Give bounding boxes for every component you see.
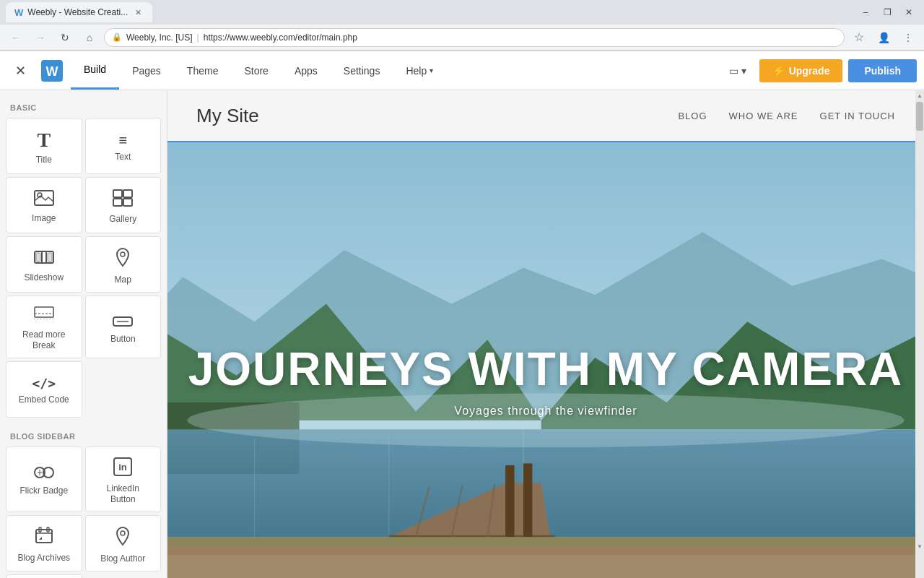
security-icon: 🔒 (112, 33, 122, 42)
home-button[interactable]: ⌂ (79, 27, 100, 48)
sidebar-item-slideshow[interactable]: Slideshow (6, 236, 82, 293)
site-preview: My Site BLOG WHO WE ARE GET IN TOUCH (167, 90, 924, 578)
blogauthor-icon (114, 526, 131, 549)
svg-text:- - - - - - -: - - - - - - - (34, 316, 54, 321)
sidebar-item-map-label: Map (115, 275, 131, 285)
sidebar-item-blogauthor[interactable]: Blog Author (85, 515, 162, 571)
sidebar-item-blogarchives-label: Blog Archives (17, 553, 70, 563)
site-nav-getintouch[interactable]: GET IN TOUCH (820, 111, 895, 121)
nav-item-help[interactable]: Help ▾ (393, 51, 446, 90)
sidebar-item-gallery[interactable]: Gallery (85, 177, 162, 233)
close-button[interactable]: ✕ (899, 3, 918, 22)
svg-rect-6 (113, 199, 122, 206)
site-title: My Site (196, 105, 678, 127)
scrollbar[interactable]: ▲ ▼ (915, 90, 924, 578)
app-container: BASIC T Title ≡ Text (0, 90, 924, 578)
nav-item-store[interactable]: Store (231, 51, 281, 90)
map-icon (114, 247, 131, 270)
svg-rect-24 (36, 530, 52, 543)
address-bar[interactable]: 🔒 Weebly, Inc. [US] | https://www.weebly… (104, 28, 845, 47)
linkedin-icon: in (113, 457, 132, 479)
site-nav-blog[interactable]: BLOG (678, 111, 707, 121)
svg-rect-10 (42, 251, 46, 263)
scroll-thumb[interactable] (916, 102, 923, 131)
image-svg-icon (34, 190, 54, 206)
sidebar-item-flickr-label: Flickr Badge (19, 486, 68, 496)
profile-button[interactable]: 👤 (873, 27, 894, 48)
sidebar-item-linkedin-label: LinkedInButton (107, 483, 139, 504)
sidebar-item-image[interactable]: Image (6, 177, 82, 233)
refresh-button[interactable]: ↻ (55, 27, 75, 48)
svg-point-12 (121, 252, 125, 256)
close-editor-button[interactable]: ✕ (7, 58, 33, 84)
map-svg-icon (114, 247, 131, 267)
preview-button[interactable]: ▭ ▾ (722, 59, 754, 82)
hero-title: JOURNEYS WITH MY CAMERA (188, 342, 904, 396)
address-secure-text: Weebly, Inc. [US] (126, 33, 193, 43)
nav-item-apps-label: Apps (295, 65, 318, 77)
tab-close-btn[interactable]: ✕ (132, 7, 144, 18)
preview-icon: ▭ (729, 65, 738, 77)
site-nav-whoweare[interactable]: WHO WE ARE (729, 111, 798, 121)
publish-button[interactable]: Publish (848, 59, 917, 82)
sidebar-item-linkedin[interactable]: in LinkedInButton (85, 447, 162, 512)
sidebar-item-title-label: Title (36, 155, 52, 165)
restore-button[interactable]: ❐ (878, 3, 897, 22)
bookmark-button[interactable]: ☆ (849, 27, 869, 48)
svg-text:W: W (46, 64, 58, 79)
site-nav: BLOG WHO WE ARE GET IN TOUCH (678, 111, 895, 121)
scroll-up-button[interactable]: ▲ (915, 90, 924, 100)
flickr-icon (34, 465, 54, 481)
sidebar-grid-blog: Flickr Badge in LinkedInButton (0, 444, 167, 578)
extensions-button[interactable]: ⋮ (898, 27, 918, 48)
nav-item-build[interactable]: Build (71, 51, 119, 90)
nav-item-store-label: Store (244, 65, 268, 77)
nav-item-theme[interactable]: Theme (174, 51, 232, 90)
svg-rect-5 (123, 190, 132, 197)
svg-text:in: in (118, 462, 127, 473)
back-button[interactable]: ← (6, 27, 26, 48)
sidebar-item-flickrbadge[interactable]: Flickr Badge (6, 447, 82, 512)
sidebar-item-button[interactable]: Button (85, 296, 162, 358)
hero-text-overlay: JOURNEYS WITH MY CAMERA Voyages through … (167, 142, 924, 578)
blogauthor-svg-icon (114, 526, 131, 546)
svg-rect-11 (48, 253, 52, 262)
svg-rect-7 (123, 199, 132, 206)
browser-titlebar: W Weebly - Website Creati... ✕ – ❐ ✕ (0, 0, 924, 25)
upgrade-button[interactable]: Upgrade (759, 59, 843, 82)
sidebar-item-blogarchives[interactable]: Blog Archives (6, 515, 82, 571)
sidebar-item-readmore[interactable]: - - - - - - - Read moreBreak (6, 296, 82, 358)
svg-rect-9 (36, 253, 40, 262)
nav-item-help-label: Help (406, 65, 427, 77)
title-icon: T (37, 130, 51, 150)
sidebar-item-blogauthor-label: Blog Author (100, 553, 145, 564)
sidebar-item-title[interactable]: T Title (6, 118, 82, 174)
sidebar: BASIC T Title ≡ Text (0, 90, 167, 578)
window-controls: – ❐ ✕ (856, 3, 918, 22)
slideshow-icon (34, 249, 54, 268)
scroll-down-button[interactable]: ▼ (915, 541, 924, 551)
sidebar-item-blog[interactable]: Blog (6, 574, 82, 578)
browser-chrome: W Weebly - Website Creati... ✕ – ❐ ✕ ← →… (0, 0, 924, 51)
nav-item-pages-label: Pages (132, 65, 161, 77)
sidebar-item-readmore-label: Read moreBreak (22, 329, 65, 350)
sidebar-item-map[interactable]: Map (85, 236, 162, 293)
nav-item-pages[interactable]: Pages (119, 51, 174, 90)
nav-item-apps[interactable]: Apps (282, 51, 331, 90)
nav-right: ▭ ▾ Upgrade Publish (722, 59, 917, 82)
help-caret-icon: ▾ (430, 66, 433, 74)
readmore-svg-icon: - - - - - - - (34, 306, 54, 322)
sidebar-section-basic: BASIC (0, 98, 167, 115)
preview-caret: ▾ (741, 65, 746, 77)
forward-button[interactable]: → (30, 27, 51, 48)
blogarchives-svg-icon (35, 527, 53, 545)
sidebar-item-embedcode[interactable]: </> Embed Code (6, 361, 82, 418)
gallery-svg-icon (113, 189, 133, 207)
sidebar-item-text[interactable]: ≡ Text (85, 118, 162, 174)
editor-area: My Site BLOG WHO WE ARE GET IN TOUCH (167, 90, 924, 578)
weebly-logo: W (39, 58, 65, 84)
minimize-button[interactable]: – (856, 3, 875, 22)
blogarchives-icon (35, 527, 53, 548)
gallery-icon (113, 189, 133, 210)
nav-item-settings[interactable]: Settings (331, 51, 393, 90)
